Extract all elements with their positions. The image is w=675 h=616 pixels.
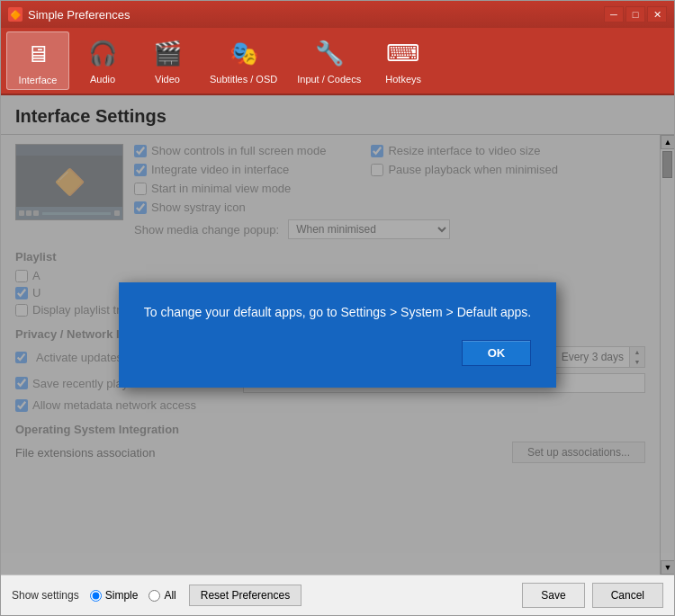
show-settings-radios: Simple All: [90, 589, 176, 602]
toolbar-interface[interactable]: 🖥 Interface: [6, 31, 69, 90]
toolbar-input-label: Input / Codecs: [297, 74, 361, 85]
radio-simple[interactable]: Simple: [90, 589, 139, 602]
hotkeys-icon: ⌨: [385, 35, 421, 71]
toolbar-hotkeys[interactable]: ⌨ Hotkeys: [372, 31, 435, 90]
input-icon: 🔧: [311, 35, 347, 71]
title-bar: 🔶 Simple Preferences ─ □ ✕: [1, 1, 674, 28]
app-icon: 🔶: [8, 7, 22, 22]
bottom-bar: Show settings Simple All Reset Preferenc…: [1, 575, 674, 615]
window-title: Simple Preferences: [28, 8, 604, 22]
subtitles-icon: 🎭: [226, 35, 262, 71]
radio-all[interactable]: All: [148, 589, 176, 602]
minimize-button[interactable]: ─: [604, 6, 624, 22]
reset-button[interactable]: Reset Preferences: [189, 585, 302, 606]
toolbar-video[interactable]: 🎬 Video: [136, 31, 199, 90]
audio-icon: 🎧: [85, 35, 121, 71]
modal-overlay: To change your default apps, go to Setti…: [1, 95, 674, 575]
toolbar-audio[interactable]: 🎧 Audio: [71, 31, 134, 90]
radio-all-input[interactable]: [148, 590, 160, 602]
toolbar-subtitles[interactable]: 🎭 Subtitles / OSD: [201, 31, 286, 90]
video-icon: 🎬: [149, 35, 185, 71]
radio-all-label: All: [164, 589, 176, 602]
toolbar-hotkeys-label: Hotkeys: [385, 74, 421, 85]
show-settings-label: Show settings: [12, 589, 79, 602]
modal-actions: OK: [144, 340, 531, 366]
cancel-button[interactable]: Cancel: [592, 583, 663, 608]
radio-simple-label: Simple: [105, 589, 139, 602]
toolbar-video-label: Video: [155, 74, 180, 85]
toolbar-subtitles-label: Subtitles / OSD: [210, 74, 277, 85]
save-button[interactable]: Save: [522, 583, 584, 608]
close-button[interactable]: ✕: [647, 6, 667, 22]
toolbar-input[interactable]: 🔧 Input / Codecs: [288, 31, 370, 90]
interface-icon: 🖥: [20, 36, 56, 72]
toolbar-interface-label: Interface: [19, 75, 58, 85]
modal-message: To change your default apps, go to Setti…: [144, 304, 531, 322]
modal-dialog: To change your default apps, go to Setti…: [119, 282, 556, 388]
main-window: 🔶 Simple Preferences ─ □ ✕ 🖥 Interface 🎧…: [0, 0, 675, 616]
maximize-button[interactable]: □: [626, 6, 645, 22]
window-controls: ─ □ ✕: [604, 6, 667, 22]
toolbar-audio-label: Audio: [90, 74, 115, 85]
modal-ok-button[interactable]: OK: [462, 340, 532, 366]
toolbar: 🖥 Interface 🎧 Audio 🎬 Video 🎭 Subtitles …: [1, 28, 674, 95]
content-area: Interface Settings 🔶: [1, 95, 674, 575]
radio-simple-input[interactable]: [90, 590, 102, 602]
